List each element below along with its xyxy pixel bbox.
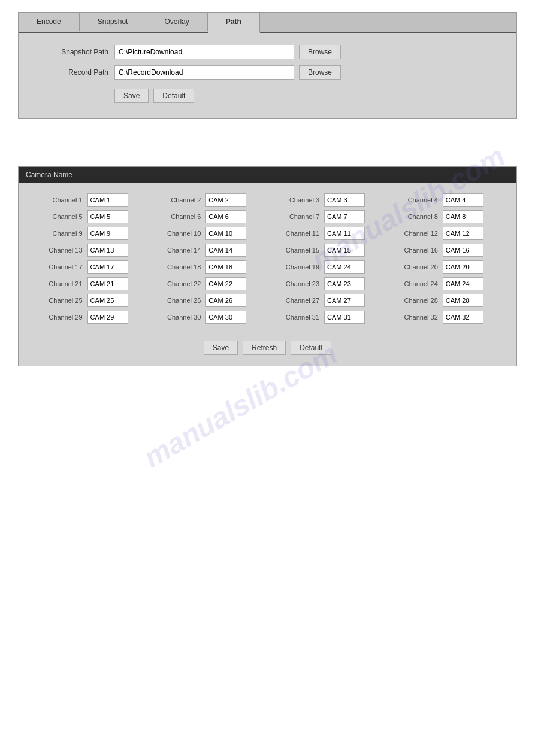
channel-cell-20 xyxy=(440,259,504,275)
channel-label-20: Channel 20 xyxy=(386,259,440,275)
channel-label-18: Channel 18 xyxy=(149,259,204,275)
channel-label-31: Channel 31 xyxy=(267,309,322,326)
channel-input-18[interactable] xyxy=(205,260,246,274)
channel-input-22[interactable] xyxy=(205,277,246,290)
channel-label-28: Channel 28 xyxy=(386,292,440,309)
record-path-input[interactable] xyxy=(114,65,294,80)
path-default-button[interactable]: Default xyxy=(153,89,194,103)
channel-label-15: Channel 15 xyxy=(267,242,322,259)
snapshot-path-input[interactable] xyxy=(114,45,294,59)
channel-label-32: Channel 32 xyxy=(386,309,440,326)
channel-input-7[interactable] xyxy=(324,210,365,223)
channel-cell-7 xyxy=(322,208,386,225)
channel-input-3[interactable] xyxy=(324,193,365,207)
camera-table: Channel 1Channel 2Channel 3Channel 4Chan… xyxy=(31,192,504,326)
channel-cell-28 xyxy=(440,292,504,309)
snapshot-browse-button[interactable]: Browse xyxy=(299,45,341,59)
channel-label-8: Channel 8 xyxy=(386,208,440,225)
channel-cell-26 xyxy=(203,292,267,309)
record-path-row: Record Path Browse xyxy=(37,65,498,80)
channel-cell-4 xyxy=(440,192,504,208)
channel-cell-15 xyxy=(322,242,386,259)
channel-label-23: Channel 23 xyxy=(267,275,322,292)
camera-save-button[interactable]: Save xyxy=(204,341,238,355)
tab-bar: Encode Snapshot Overlay Path xyxy=(19,13,516,33)
channel-input-13[interactable] xyxy=(87,244,128,257)
channel-cell-29 xyxy=(85,309,149,326)
channel-input-1[interactable] xyxy=(87,193,128,207)
tab-snapshot[interactable]: Snapshot xyxy=(80,13,147,32)
path-panel-body: Snapshot Path Browse Record Path Browse … xyxy=(19,33,516,118)
channel-label-29: Channel 29 xyxy=(31,309,85,326)
camera-refresh-button[interactable]: Refresh xyxy=(243,341,286,355)
tab-overlay[interactable]: Overlay xyxy=(146,13,207,32)
channel-cell-23 xyxy=(322,275,386,292)
channel-cell-22 xyxy=(203,275,267,292)
channel-input-19[interactable] xyxy=(324,260,365,274)
channel-input-12[interactable] xyxy=(443,227,483,240)
channel-label-6: Channel 6 xyxy=(149,208,204,225)
channel-input-27[interactable] xyxy=(324,294,365,307)
channel-input-6[interactable] xyxy=(205,210,246,223)
channel-label-21: Channel 21 xyxy=(31,275,85,292)
channel-input-28[interactable] xyxy=(443,294,483,307)
channel-input-23[interactable] xyxy=(324,277,365,290)
channel-label-1: Channel 1 xyxy=(31,192,85,208)
channel-cell-27 xyxy=(322,292,386,309)
tab-path[interactable]: Path xyxy=(208,13,260,33)
channel-input-11[interactable] xyxy=(324,227,365,240)
channel-input-16[interactable] xyxy=(443,244,483,257)
path-action-buttons: Save Default xyxy=(114,89,498,103)
channel-label-13: Channel 13 xyxy=(31,242,85,259)
channel-input-25[interactable] xyxy=(87,294,128,307)
channel-cell-1 xyxy=(85,192,149,208)
channel-cell-17 xyxy=(85,259,149,275)
channel-input-15[interactable] xyxy=(324,244,365,257)
snapshot-path-row: Snapshot Path Browse xyxy=(37,45,498,59)
camera-name-panel: Camera Name Channel 1Channel 2Channel 3C… xyxy=(18,166,517,366)
channel-input-30[interactable] xyxy=(205,311,246,324)
channel-label-10: Channel 10 xyxy=(149,225,204,242)
channel-cell-2 xyxy=(203,192,267,208)
channel-input-9[interactable] xyxy=(87,227,128,240)
channel-cell-18 xyxy=(203,259,267,275)
channel-cell-11 xyxy=(322,225,386,242)
channel-label-7: Channel 7 xyxy=(267,208,322,225)
channel-label-17: Channel 17 xyxy=(31,259,85,275)
channel-input-24[interactable] xyxy=(443,277,483,290)
channel-label-30: Channel 30 xyxy=(149,309,204,326)
channel-cell-30 xyxy=(203,309,267,326)
channel-input-32[interactable] xyxy=(443,311,483,324)
channel-input-4[interactable] xyxy=(443,193,483,207)
channel-input-10[interactable] xyxy=(205,227,246,240)
channel-label-11: Channel 11 xyxy=(267,225,322,242)
channel-input-14[interactable] xyxy=(205,244,246,257)
record-browse-button[interactable]: Browse xyxy=(299,65,341,80)
tab-encode[interactable]: Encode xyxy=(19,13,80,32)
channel-label-3: Channel 3 xyxy=(267,192,322,208)
channel-input-20[interactable] xyxy=(443,260,483,274)
channel-cell-3 xyxy=(322,192,386,208)
channel-label-9: Channel 9 xyxy=(31,225,85,242)
channel-input-31[interactable] xyxy=(324,311,365,324)
channel-cell-13 xyxy=(85,242,149,259)
channel-input-8[interactable] xyxy=(443,210,483,223)
channel-cell-5 xyxy=(85,208,149,225)
channel-label-27: Channel 27 xyxy=(267,292,322,309)
channel-label-24: Channel 24 xyxy=(386,275,440,292)
channel-cell-25 xyxy=(85,292,149,309)
channel-input-29[interactable] xyxy=(87,311,128,324)
channel-input-2[interactable] xyxy=(205,193,246,207)
camera-default-button[interactable]: Default xyxy=(291,341,331,355)
channel-label-4: Channel 4 xyxy=(386,192,440,208)
path-save-button[interactable]: Save xyxy=(114,89,149,103)
channel-cell-16 xyxy=(440,242,504,259)
channel-input-17[interactable] xyxy=(87,260,128,274)
channel-label-16: Channel 16 xyxy=(386,242,440,259)
channel-label-12: Channel 12 xyxy=(386,225,440,242)
channel-input-26[interactable] xyxy=(205,294,246,307)
channel-input-5[interactable] xyxy=(87,210,128,223)
channel-input-21[interactable] xyxy=(87,277,128,290)
channel-cell-9 xyxy=(85,225,149,242)
camera-action-buttons: Save Refresh Default xyxy=(19,335,516,366)
